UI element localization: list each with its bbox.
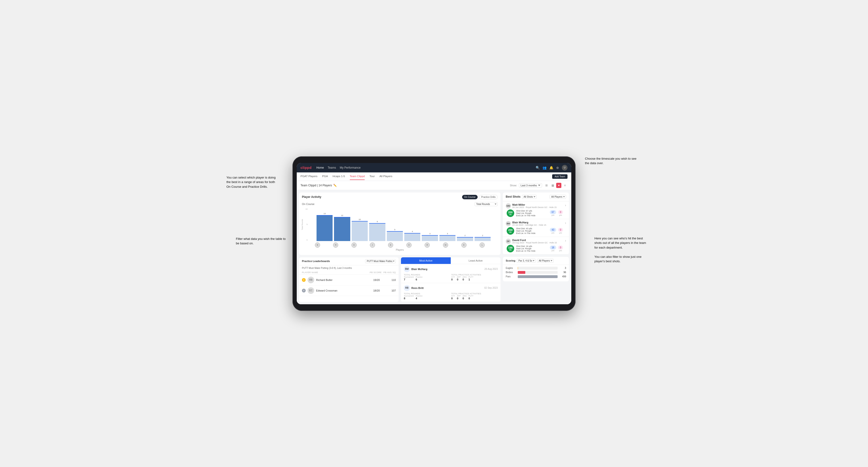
main-content: Player Activity On Course Practice Drill… — [297, 190, 571, 304]
shot-player-meta-2: Blair McHarg 23 Jul 2023 · Ashridge GC ·… — [512, 221, 546, 226]
bell-icon[interactable]: 🔔 — [549, 166, 553, 169]
shot-details-2: Shot Dist: 43 yds Start Lie: Rough End L… — [516, 227, 548, 235]
bar-item[interactable] — [369, 223, 385, 241]
tab-tour[interactable]: Tour — [369, 173, 375, 180]
pa-app-val: 0 — [457, 278, 461, 281]
shot-player-info-1: MM Matt Miller 09 Jun 2023 · Royal North… — [506, 203, 563, 217]
tab-all-players[interactable]: All Players — [379, 173, 392, 180]
chart-filter-select[interactable]: Total Rounds Scoring Average Fairways Hi… — [474, 202, 498, 206]
view-heart-icon[interactable]: ♥ — [556, 183, 561, 188]
shot-chevron-3[interactable]: › — [565, 239, 566, 243]
pa-arg-val: 0 — [463, 278, 467, 281]
least-active-tab[interactable]: Least Active — [451, 257, 500, 264]
callout-best-shots: Here you can see who's hit the best shot… — [594, 236, 646, 264]
bar-group: 3 — [422, 232, 438, 241]
scoring-filter-1[interactable]: Par 3, 4 & 5s — [517, 259, 536, 263]
metric-pill-1a: 67 — [550, 210, 556, 214]
shot-row-3: DF David Ford 24 Aug 2023 · Royal North … — [503, 237, 569, 254]
user-avatar[interactable]: U — [562, 165, 567, 170]
bs-player-filter[interactable]: All Players — [550, 195, 566, 199]
lb-avg-2: 107 — [382, 289, 396, 292]
bar-item[interactable] — [439, 235, 456, 241]
bar-item[interactable] — [404, 233, 420, 241]
chart-container: Total Rounds 0510 1312109543322 BRDJEORM… — [302, 208, 498, 253]
lb-avg-1: 110 — [382, 279, 396, 281]
most-active-tab[interactable]: Most Active — [401, 257, 451, 264]
score-fill-pars — [518, 275, 558, 278]
metric-pill-3a: 16 — [550, 246, 556, 250]
player-avatar[interactable]: E — [388, 243, 393, 248]
lb-filter-select[interactable]: PUTT Must Make Putting ... — [365, 259, 396, 263]
score-fill-eagles — [518, 267, 518, 270]
score-val-eagles: 3 — [559, 267, 566, 269]
shot-player-meta-1: Matt Miller 09 Jun 2023 · Royal North De… — [512, 203, 557, 209]
x-axis-item: R — [328, 243, 344, 248]
edit-icon[interactable]: ✏️ — [333, 184, 337, 187]
pa-rounds-row: Tournament 7 Practice 6 — [404, 276, 450, 281]
view-list-icon[interactable]: ≡ — [562, 183, 567, 188]
practice-drills-tab[interactable]: Practice Drills — [479, 195, 498, 199]
nav-my-performance[interactable]: My Performance — [340, 165, 361, 170]
nav-home[interactable]: Home — [316, 165, 324, 170]
player-avatar[interactable]: D — [351, 243, 356, 248]
shot-avatar-2: BM — [506, 221, 511, 226]
shot-date-venue-1: 09 Jun 2023 · Royal North Devon GC · Hol… — [512, 206, 557, 209]
score-track-birdies — [518, 271, 558, 274]
plus-circle-icon[interactable]: ⊕ — [556, 166, 559, 169]
users-icon[interactable]: 👥 — [542, 166, 547, 169]
player-avatar[interactable]: M — [443, 243, 448, 248]
nav-teams[interactable]: Teams — [328, 165, 336, 170]
active-tabs: Most Active Least Active — [401, 257, 500, 264]
on-course-label: On Course — [302, 203, 314, 206]
bar-item[interactable] — [474, 237, 491, 241]
bar-item[interactable] — [422, 235, 438, 241]
bar-group: 9 — [369, 220, 385, 241]
view-grid2-icon[interactable]: ⊞ — [544, 183, 549, 188]
player-avatar[interactable]: B — [315, 243, 320, 248]
pa-activities-row: GTT 0 APP 0 — [451, 276, 498, 281]
tab-pgat-players[interactable]: PGAT Players — [301, 173, 317, 180]
bar-item[interactable] — [334, 217, 350, 241]
x-axis-item: R — [419, 243, 436, 248]
shot-player-name-3: David Ford — [512, 239, 557, 242]
bs-title: Best Shots — [506, 195, 521, 198]
timescale-select[interactable]: Last 3 months Last month Last 6 months L… — [519, 183, 542, 187]
pa-activities-label: Total Practice Activities — [451, 274, 498, 276]
metric-pill-2b: 0 — [558, 228, 563, 232]
shot-chevron-2[interactable]: › — [565, 221, 566, 225]
player-avatar[interactable]: E — [461, 243, 467, 248]
metric-pill-1b: 0 — [558, 210, 563, 214]
player-activity-title: Player Activity — [302, 195, 321, 198]
player-avatar[interactable]: J — [370, 243, 375, 248]
player-avatar[interactable]: O — [406, 243, 412, 248]
lb-col-pb: PB SCORE — [368, 271, 382, 274]
on-course-tab[interactable]: On Course — [462, 195, 478, 199]
pa-putt-label-2: PUTT — [468, 295, 473, 297]
add-team-button[interactable]: Add Team — [552, 174, 567, 179]
player-avatar[interactable]: R — [333, 243, 338, 248]
bar-item[interactable] — [352, 221, 368, 241]
tab-hcaps[interactable]: Hcaps 1-5 — [333, 173, 345, 180]
team-name: Team Clippd | 14 Players — [301, 184, 332, 187]
tab-pga[interactable]: PGA — [322, 173, 328, 180]
bar-group: 12 — [334, 214, 350, 241]
shot-chevron-1[interactable]: › — [565, 203, 566, 207]
sub-nav: PGAT Players PGA Hcaps 1-5 Team Clippd T… — [297, 173, 571, 181]
player-avatar[interactable]: L — [479, 243, 485, 248]
chart-section-header: On Course Total Rounds Scoring Average F… — [302, 202, 498, 206]
shot-player-header-1: MM Matt Miller 09 Jun 2023 · Royal North… — [506, 203, 563, 209]
left-column: Player Activity On Course Practice Drill… — [299, 192, 500, 302]
bs-shots-filter[interactable]: All Shots — [522, 195, 536, 199]
lb-col-avg: PB AVG SQ — [382, 271, 396, 274]
search-icon[interactable]: 🔍 — [536, 166, 540, 169]
scoring-all-players-filter[interactable]: All Players — [537, 259, 554, 263]
bar-item[interactable] — [316, 215, 333, 241]
tab-team-clippd[interactable]: Team Clippd — [350, 173, 365, 180]
pa-app-label: APP — [457, 276, 461, 278]
callout-timescale: Choose the timescale you wish to see the… — [585, 156, 637, 165]
bar-item[interactable] — [457, 237, 473, 241]
page-wrapper: Choose the timescale you wish to see the… — [292, 156, 576, 311]
player-avatar[interactable]: R — [425, 243, 430, 248]
bar-item[interactable] — [387, 231, 403, 241]
view-grid-icon[interactable]: ▦ — [550, 183, 555, 188]
